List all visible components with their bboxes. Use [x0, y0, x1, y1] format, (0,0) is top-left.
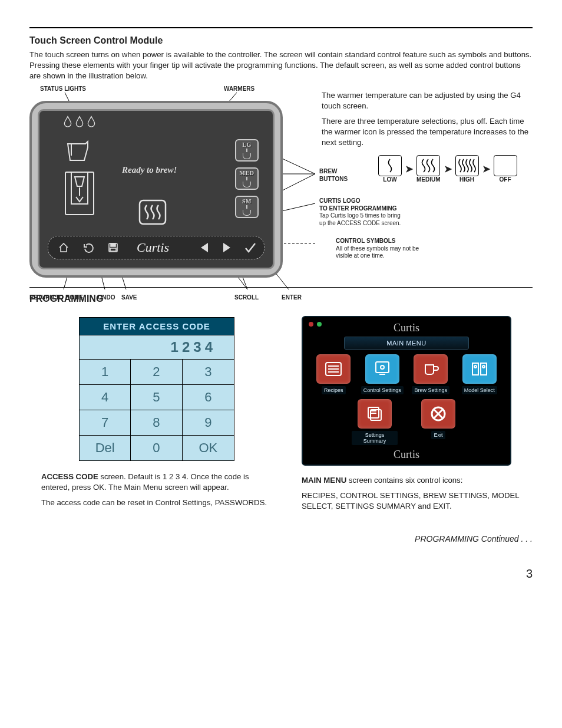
- svg-point-29: [474, 365, 477, 368]
- curtis-logo[interactable]: Curtis: [137, 240, 169, 255]
- callout-control-symbols: CONTROL SYMBOLSAll of these symbols may …: [336, 238, 448, 260]
- key-9[interactable]: 9: [183, 410, 234, 436]
- ready-text: Ready to brew!: [122, 165, 177, 175]
- home-icon[interactable]: [58, 242, 70, 253]
- rule-top: [29, 27, 533, 28]
- key-0[interactable]: 0: [131, 436, 182, 460]
- key-8[interactable]: 8: [131, 410, 182, 436]
- key-7[interactable]: 7: [80, 410, 131, 436]
- section-body: The touch screen turns on when power is …: [29, 50, 533, 81]
- warmer-icon[interactable]: [138, 199, 167, 228]
- main-menu-preview: Curtis MAIN MENU Recipes Control Setting…: [302, 316, 511, 466]
- control-bar: Curtis: [48, 236, 265, 259]
- label-return-home: RETURN TO HOME: [29, 294, 83, 301]
- callout-curtis-logo: CURTIS LOGO TO ENTER PROGRAMMINGTap Curt…: [319, 197, 431, 227]
- drop-icon: [75, 116, 84, 127]
- warmer-low-icon: [378, 155, 402, 176]
- brew-button-lg[interactable]: LG: [235, 139, 259, 162]
- undo-icon[interactable]: [82, 242, 94, 253]
- save-icon[interactable]: [107, 242, 119, 253]
- continued-text: PROGRAMMING Continued . . .: [29, 534, 533, 543]
- drop-icon: [63, 116, 72, 127]
- access-code-p2: The access code can be reset in Control …: [41, 498, 272, 508]
- tile-model-select[interactable]: Model Select: [457, 354, 503, 394]
- keypad-title: ENTER ACCESS CODE: [80, 318, 234, 335]
- main-menu-p1: MAIN MENU screen contains six control ic…: [302, 475, 533, 486]
- curtis-logo-footer: Curtis: [309, 449, 504, 461]
- svg-point-30: [482, 365, 485, 368]
- main-menu-p2: RECIPES, CONTROL SETTINGS, BREW SETTINGS…: [302, 490, 533, 512]
- label-scroll: SCROLL: [234, 294, 259, 301]
- tile-brew-settings[interactable]: Brew Settings: [408, 354, 454, 394]
- arrow-icon: ➤: [405, 163, 413, 174]
- curtis-logo-small: Curtis: [309, 322, 504, 334]
- warmer-p1: The warmer temperature can be adjusted b…: [322, 90, 533, 111]
- main-menu-row-1: Recipes Control Settings Brew Settings M…: [309, 354, 504, 394]
- status-lights: [63, 116, 96, 127]
- svg-marker-18: [201, 243, 208, 252]
- key-del[interactable]: Del: [80, 436, 131, 460]
- svg-rect-17: [110, 248, 116, 251]
- label-status-lights: STATUS LIGHTS: [40, 85, 86, 92]
- svg-rect-16: [111, 243, 115, 246]
- brew-button-sm[interactable]: SM: [235, 196, 259, 218]
- scroll-left-icon[interactable]: [200, 242, 209, 253]
- touchscreen-figure: STATUS LIGHTS WARMERS: [29, 85, 312, 278]
- svg-point-25: [381, 365, 384, 369]
- warmer-p2: There are three temperature selections, …: [322, 116, 533, 147]
- label-save: SAVE: [121, 294, 137, 301]
- callout-brew-buttons: BREW BUTTONS: [319, 168, 348, 183]
- keypad-display: 1234: [80, 335, 234, 360]
- brew-button-med[interactable]: MED: [235, 167, 259, 190]
- enter-icon[interactable]: [244, 242, 256, 253]
- warmer-off-icon: [494, 155, 517, 176]
- main-menu-row-2: Settings Summary Exit: [309, 399, 504, 445]
- label-undo: UNDO: [98, 294, 115, 301]
- access-code-p1: ACCESS CODE screen. Default is 1 2 3 4. …: [41, 472, 272, 493]
- scroll-right-icon[interactable]: [222, 242, 232, 253]
- tile-recipes[interactable]: Recipes: [311, 354, 356, 394]
- rule-mid: [29, 287, 533, 288]
- key-1[interactable]: 1: [80, 360, 131, 385]
- key-2[interactable]: 2: [131, 360, 182, 385]
- svg-rect-24: [376, 362, 389, 373]
- page-number: 3: [29, 567, 533, 581]
- warmer-high-icon: [455, 155, 479, 176]
- main-menu-title: MAIN MENU: [344, 337, 469, 350]
- drop-icon: [87, 116, 96, 127]
- warmer-levels: LOW ➤ MEDIUM ➤ HIGH ➤ OFF: [378, 155, 533, 183]
- key-4[interactable]: 4: [80, 385, 131, 410]
- label-warmers: WARMERS: [224, 85, 254, 92]
- section-title: Touch Screen Control Module: [29, 35, 533, 46]
- tile-settings-summary[interactable]: Settings Summary: [352, 399, 398, 445]
- access-code-keypad: ENTER ACCESS CODE 1234 1 2 3 4 5 6 7 8 9…: [79, 317, 234, 461]
- arrow-icon: ➤: [482, 163, 490, 174]
- arrow-icon: ➤: [444, 163, 452, 174]
- svg-marker-19: [223, 243, 230, 252]
- label-enter: ENTER: [282, 294, 302, 301]
- key-ok[interactable]: OK: [183, 436, 234, 460]
- key-3[interactable]: 3: [183, 360, 234, 385]
- tile-control-settings[interactable]: Control Settings: [360, 354, 405, 394]
- key-6[interactable]: 6: [183, 385, 234, 410]
- brewer-icon: [63, 170, 96, 219]
- tile-exit[interactable]: Exit: [415, 399, 461, 445]
- keypad-grid: 1 2 3 4 5 6 7 8 9 Del 0 OK: [80, 360, 234, 460]
- pitcher-icon: [65, 140, 92, 165]
- warmer-medium-icon: [416, 155, 440, 176]
- key-5[interactable]: 5: [131, 385, 182, 410]
